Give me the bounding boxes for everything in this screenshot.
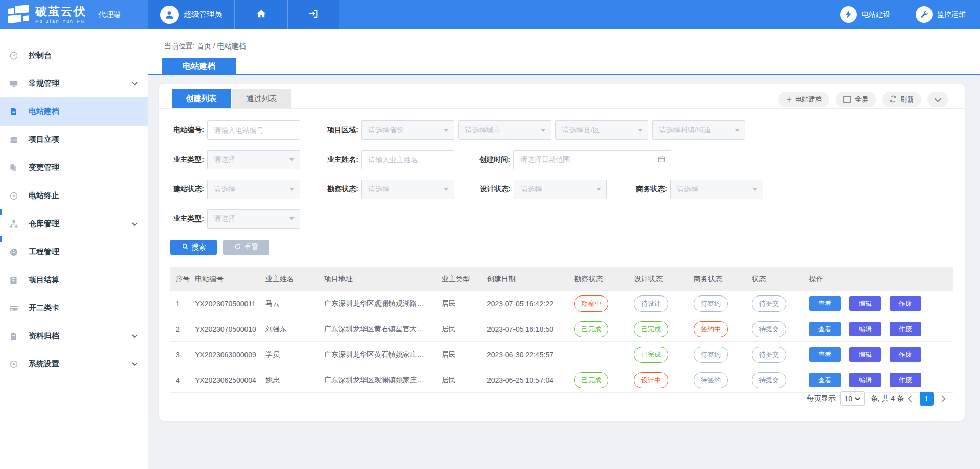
logout-button[interactable] [288,0,339,29]
survey-status-select[interactable]: 请选择 [361,180,454,199]
filter-design-status: 设计状态: 请选择 [477,180,607,199]
status-badge: 待签约 [694,295,728,312]
status-badge: 待提交 [752,372,786,388]
table-row: 1 YX2023070500011 马云 广东深圳龙华区观澜镇观湖路… 居民 2… [170,291,953,316]
void-button[interactable]: 作废 [890,347,921,362]
sidebar-scrollbar-mark[interactable] [0,209,2,215]
sidebar-item-station-archive[interactable]: 电站建档 [0,97,148,126]
sidebar-item-label: 电站建档 [29,107,59,116]
filter-label: 商务状态: [633,185,667,194]
refresh-button[interactable]: 刷新 [882,92,921,107]
page-number-button[interactable]: 1 [920,392,934,406]
status-badge: 已完成 [574,372,608,388]
owner-type-select[interactable]: 请选择 [207,150,300,169]
monitor-icon [9,79,22,88]
build-status-select[interactable]: 请选择 [207,180,300,199]
sidebar-item-project-initiation[interactable]: 项目立项 [0,126,148,154]
sidebar-item-system-settings[interactable]: 系统设置 [0,350,148,378]
town-select[interactable]: 请选择村镇/街道 [652,120,745,140]
province-select[interactable]: 请选择省份 [361,120,454,140]
card-icon [9,304,22,313]
reset-button[interactable]: 重置 [223,240,270,255]
void-button[interactable]: 作废 [890,322,921,336]
collapse-toolbar-button[interactable] [927,92,948,107]
content-card: 创建列表 通过列表 + 电站建档 全屏 刷新 [159,84,965,421]
tab-pass-list[interactable]: 通过列表 [232,89,291,108]
col-address: 项目地址 [319,267,436,291]
logo-subtitle: Po Jian Yun Fu [35,19,86,24]
owner-name-input[interactable] [361,150,454,169]
status-badge: 待设计 [634,295,668,312]
filter-owner-name: 业主姓名: [325,150,454,169]
search-button[interactable]: 搜索 [170,240,217,255]
sidebar-item-console[interactable]: 控制台 [0,41,148,69]
next-page-button[interactable] [938,395,949,402]
caret-down-icon [289,188,295,191]
col-status: 状态 [747,267,804,291]
table-row: 3 YX2023063000009 学员 广东深圳龙华区黄石镇姚家庄… 居民 2… [170,342,953,367]
status-badge: 已完成 [634,347,668,363]
sidebar-item-warehouse-management[interactable]: 仓库管理 [0,210,148,238]
page-size-select[interactable]: 10 [840,391,865,406]
edit-button[interactable]: 编辑 [849,373,881,387]
logout-icon [308,8,319,21]
design-status-select[interactable]: 请选择 [514,180,607,199]
nav-monitoring-ops[interactable]: 监控运维 [916,0,966,29]
chevron-down-icon [132,82,138,85]
sidebar-item-second-class-card[interactable]: 开二类卡 [0,294,148,322]
filter-label: 业主类型: [170,155,204,164]
filter-build-status: 建站状态: 请选择 [170,180,300,199]
sidebar-item-change-management[interactable]: 变更管理 [0,154,148,182]
edit-button[interactable]: 编辑 [849,322,881,336]
user-menu[interactable]: 超级管理员 [148,0,235,29]
view-button[interactable]: 查看 [809,296,841,311]
chevron-down-icon [132,362,138,366]
filter-label: 业主姓名: [325,155,358,164]
fullscreen-button[interactable]: 全屏 [836,92,876,107]
date-range-picker[interactable]: 请选择日期范围 [513,150,671,169]
prev-page-button[interactable] [904,395,916,402]
sidebar-item-station-termination[interactable]: 电站终止 [0,182,148,210]
county-select[interactable]: 请选择县/区 [555,120,648,140]
city-select[interactable]: 请选择城市 [458,120,551,140]
col-survey-status: 勘察状态 [569,267,629,291]
filter-label: 设计状态: [477,185,511,194]
filter-owner-type: 业主类型: 请选择 [170,150,300,169]
chevron-right-icon [941,395,946,402]
tab-create-list[interactable]: 创建列表 [172,89,231,108]
owner-type-select-2[interactable]: 请选择 [207,209,300,229]
view-button[interactable]: 查看 [809,373,841,387]
nav-station-construction[interactable]: 电站建设 [840,0,890,29]
breadcrumb-home-link[interactable]: 首页 [197,42,211,50]
sidebar-item-data-archive[interactable]: 资料归档 [0,322,148,350]
station-code-input[interactable] [207,120,300,140]
sidebar-item-engineering-management[interactable]: 工程管理 [0,238,148,266]
copy-icon [9,163,22,172]
edit-button[interactable]: 编辑 [849,296,881,311]
filter-owner-type-2: 业主类型: 请选择 [170,209,300,229]
sidebar-scrollbar-mark[interactable] [0,236,2,242]
void-button[interactable]: 作废 [890,373,921,387]
sidebar-item-label: 项目立项 [29,135,59,144]
sidebar-item-label: 仓库管理 [29,219,59,229]
pagination: 每页显示 10 条, 共 4 条 1 [807,391,949,406]
status-badge: 待提交 [752,347,786,363]
view-button[interactable]: 查看 [809,322,841,336]
breadcrumb-prefix: 当前位置: [164,42,195,50]
col-index: 序号 [170,267,190,291]
view-button[interactable]: 查看 [809,347,841,362]
business-status-select[interactable]: 请选择 [670,180,763,199]
home-button[interactable] [235,0,288,29]
sidebar-item-project-settlement[interactable]: 项目结算 [0,266,148,294]
sidebar-item-label: 系统设置 [29,359,59,369]
edit-button[interactable]: 编辑 [849,347,881,362]
void-button[interactable]: 作废 [890,296,921,311]
caret-down-icon [444,188,449,191]
chevron-left-icon [908,395,912,402]
create-station-button[interactable]: + 电站建档 [778,92,829,107]
chevron-down-icon [132,334,138,338]
sidebar-item-general-management[interactable]: 常规管理 [0,69,148,97]
page-tab[interactable]: 电站建档 [162,58,236,75]
filter-label: 建站状态: [170,185,204,194]
fullscreen-icon [843,96,851,103]
